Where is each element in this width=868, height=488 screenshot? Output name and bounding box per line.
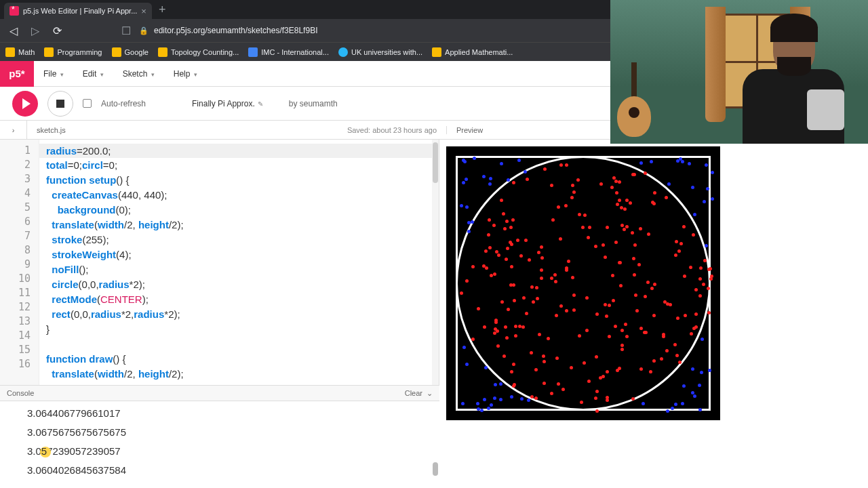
- file-tab-sketch[interactable]: sketch.js: [27, 126, 75, 134]
- console-collapse-icon[interactable]: ⌄: [427, 389, 433, 398]
- sidebar-toggle[interactable]: ›: [0, 121, 27, 140]
- console-header: Console Clear ⌄: [0, 385, 439, 401]
- console-clear-button[interactable]: Clear: [405, 389, 422, 397]
- bookmark-label: Topology Counting...: [171, 48, 239, 56]
- new-tab-button[interactable]: +: [152, 3, 173, 17]
- back-button[interactable]: ◁: [7, 24, 20, 37]
- stop-button[interactable]: [47, 91, 73, 117]
- code-editor[interactable]: 12345678910111213141516 radius=200.0; to…: [0, 140, 439, 385]
- p5-favicon: [9, 6, 19, 16]
- console-line: 3.0675675675675675: [27, 423, 439, 442]
- bookmark-icon: [338, 47, 348, 57]
- bookmark-item[interactable]: IMC - International...: [248, 47, 329, 57]
- author-byline: by seumamth: [289, 99, 338, 108]
- sketch-canvas: [446, 146, 720, 420]
- browser-tab[interactable]: p5.js Web Editor | Finally Pi Appr... ×: [4, 3, 152, 19]
- play-button[interactable]: [12, 91, 38, 117]
- bookmark-icon: [158, 47, 167, 57]
- bookmark-icon: [432, 47, 441, 57]
- edit-name-icon[interactable]: ✎: [258, 100, 263, 108]
- webcam-overlay: [610, 0, 868, 144]
- bookmark-label: UK universities with...: [351, 48, 422, 56]
- saved-status: Saved: about 23 hours ago: [338, 126, 446, 134]
- menu-edit[interactable]: Edit ▾: [73, 69, 113, 79]
- reload-button[interactable]: ⟳: [50, 24, 64, 37]
- bookmark-item[interactable]: UK universities with...: [338, 47, 422, 57]
- bookmark-icon: [248, 47, 258, 57]
- menu-file[interactable]: File ▾: [34, 69, 73, 79]
- bookmark-item[interactable]: Programming: [44, 47, 102, 57]
- main-split: 12345678910111213141516 radius=200.0; to…: [0, 140, 868, 385]
- bookmark-label: Programming: [57, 48, 102, 56]
- bookmark-icon: [5, 47, 15, 57]
- bookmark-item[interactable]: Math: [5, 47, 35, 57]
- preview-pane: [439, 140, 868, 385]
- sketch-name[interactable]: Finally Pi Approx.✎: [192, 99, 263, 108]
- bookmark-label: Math: [18, 48, 35, 56]
- bookmark-label: Applied Mathemati...: [445, 48, 513, 56]
- url-text: editor.p5js.org/seumamth/sketches/f3E8Lf…: [154, 26, 317, 35]
- line-gutter: 12345678910111213141516: [0, 140, 39, 385]
- menu-sketch[interactable]: Sketch ▾: [113, 69, 164, 79]
- editor-scrollbar[interactable]: [432, 140, 439, 385]
- console-line: 3.057239057239057: [27, 442, 439, 461]
- tab-title: p5.js Web Editor | Finally Pi Appr...: [23, 7, 137, 15]
- forward-button: ▷: [28, 24, 42, 37]
- console-title: Console: [7, 389, 34, 397]
- bookmark-item[interactable]: Topology Counting...: [158, 47, 239, 57]
- bookmark-icon: [44, 47, 54, 57]
- lock-icon: 🔒: [139, 26, 149, 35]
- p5-logo[interactable]: p5*: [0, 61, 34, 87]
- canvas-circle: [456, 156, 711, 411]
- bookmark-label: Google: [125, 48, 149, 56]
- url-field[interactable]: 🔒 editor.p5js.org/seumamth/sketches/f3E8…: [139, 26, 317, 35]
- bookmark-label: IMC - International...: [261, 48, 329, 56]
- bookmark-icon: [112, 47, 121, 57]
- auto-refresh-label: Auto-refresh: [101, 99, 146, 108]
- console-scrollbar[interactable]: [433, 462, 438, 476]
- console-line: 3.064406779661017: [27, 404, 439, 423]
- auto-refresh-checkbox[interactable]: [83, 99, 92, 108]
- bookmark-item[interactable]: Applied Mathemati...: [432, 47, 513, 57]
- console-output[interactable]: 3.0644067796610173.06756756756756753.057…: [0, 401, 439, 480]
- menu-help[interactable]: Help ▾: [164, 69, 207, 79]
- code-area[interactable]: radius=200.0; total=0;circl=0; function …: [39, 140, 439, 385]
- bookmark-page-icon[interactable]: ☐: [121, 24, 131, 37]
- console-line: 3.0604026845637584: [27, 461, 439, 480]
- bookmark-item[interactable]: Google: [112, 47, 149, 57]
- close-tab-icon[interactable]: ×: [141, 6, 146, 16]
